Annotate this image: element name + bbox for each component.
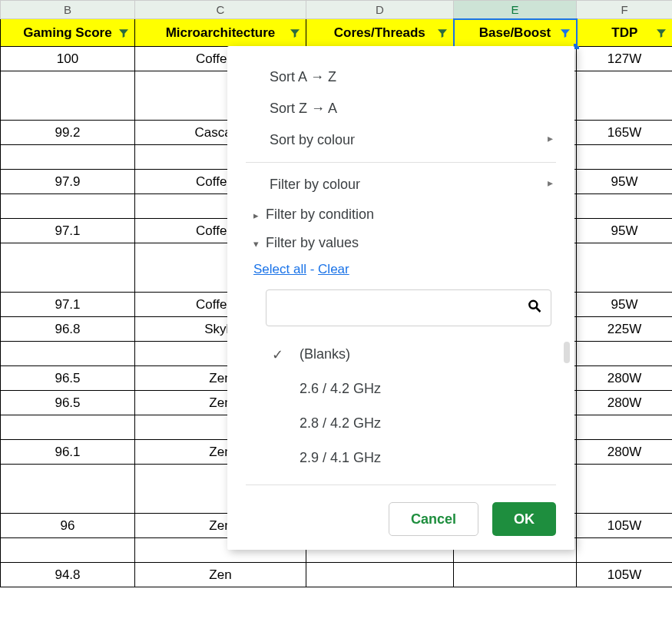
- header-tdp[interactable]: TDP: [577, 19, 673, 47]
- filter-value-links: Select all - Clear: [227, 257, 574, 282]
- sort-za[interactable]: Sort Z → A: [227, 93, 574, 124]
- filter-popup: Sort A → Z Sort Z → A Sort by colour Fil…: [227, 46, 574, 550]
- table-row[interactable]: 94.8Zen105W: [1, 563, 673, 587]
- caret-down-icon: ▾: [253, 238, 266, 250]
- popup-buttons: Cancel OK: [227, 491, 574, 536]
- sort-by-colour[interactable]: Sort by colour: [227, 124, 574, 156]
- filter-search-input[interactable]: [266, 289, 551, 326]
- cancel-button[interactable]: Cancel: [389, 502, 478, 536]
- filter-icon[interactable]: [436, 27, 449, 39]
- filter-icon[interactable]: [655, 27, 667, 39]
- header-microarchitecture[interactable]: Microarchitecture: [135, 19, 306, 47]
- filter-by-condition[interactable]: ▸Filter by condition: [227, 200, 574, 229]
- filter-by-colour[interactable]: Filter by colour: [227, 169, 574, 200]
- svg-point-0: [529, 301, 537, 309]
- filter-icon[interactable]: [289, 27, 301, 39]
- divider: [246, 162, 556, 163]
- col-letter-C[interactable]: C: [135, 1, 306, 19]
- sort-az[interactable]: Sort A → Z: [227, 61, 574, 93]
- filter-value-blanks[interactable]: ✓(Blanks): [258, 337, 559, 372]
- filter-by-values[interactable]: ▾Filter by values: [227, 229, 574, 257]
- search-icon: [527, 299, 542, 318]
- clear-link[interactable]: Clear: [318, 262, 349, 276]
- filter-icon[interactable]: [559, 27, 571, 39]
- col-letter-E[interactable]: E: [454, 1, 577, 19]
- filter-icon[interactable]: [118, 27, 130, 39]
- header-gaming-score[interactable]: Gaming Score: [1, 19, 135, 47]
- ok-button[interactable]: OK: [492, 502, 556, 536]
- filter-values-list: ✓(Blanks) 2.6 / 4.2 GHz 2.8 / 4.2 GHz 2.…: [227, 334, 574, 478]
- filter-value-item[interactable]: 2.8 / 4.2 GHz: [258, 406, 559, 441]
- scrollbar-thumb[interactable]: [564, 342, 570, 363]
- filter-value-item[interactable]: 2.9 / 4.1 GHz: [258, 441, 559, 475]
- header-cores-threads[interactable]: Cores/Threads: [306, 19, 454, 47]
- filter-value-item[interactable]: 2.6 / 4.2 GHz: [258, 372, 559, 406]
- select-all-link[interactable]: Select all: [253, 262, 306, 276]
- check-icon: ✓: [272, 346, 283, 363]
- header-base-boost[interactable]: Base/Boost: [454, 19, 577, 47]
- header-row: Gaming Score Microarchitecture Cores/Thr…: [1, 19, 673, 47]
- col-letter-F[interactable]: F: [577, 1, 673, 19]
- divider: [246, 485, 556, 485]
- col-letter-D[interactable]: D: [306, 1, 454, 19]
- svg-line-1: [537, 308, 541, 312]
- filter-search-wrap: [266, 289, 551, 326]
- column-letter-row: B C D E F: [1, 1, 673, 19]
- col-letter-B[interactable]: B: [1, 1, 135, 19]
- caret-right-icon: ▸: [253, 210, 266, 221]
